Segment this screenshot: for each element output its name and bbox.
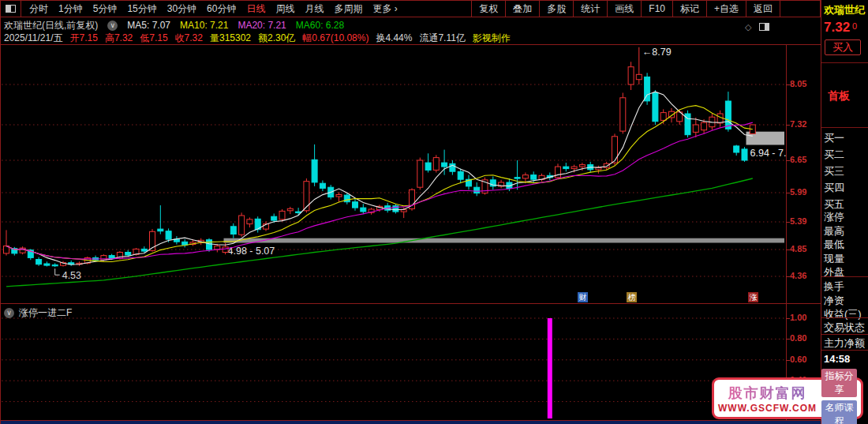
quote-token: 2025/11/21/五 (4, 32, 63, 45)
indicator-tick-label: 0.80 (790, 333, 818, 343)
last-price-row: 7.320 (824, 20, 857, 36)
tool-item-复权[interactable]: 复权 (471, 1, 505, 17)
tool-item-F10[interactable]: F10 (641, 1, 672, 17)
bid-row-4[interactable]: 买四 (824, 181, 844, 195)
svg-text:6.94 - 7.19: 6.94 - 7.19 (750, 148, 787, 159)
tool-item-统计[interactable]: 统计 (573, 1, 607, 17)
panel-separator (821, 334, 868, 335)
clock-time[interactable]: 14:58 (824, 353, 850, 365)
axis-tick (786, 276, 790, 277)
diamond-icon[interactable]: ◇ (745, 22, 751, 32)
quote-token: 流通7.11亿 (419, 32, 465, 45)
menu-item-15分钟[interactable]: 15分钟 (127, 2, 156, 16)
indicator-chart[interactable] (0, 304, 786, 420)
stat-row-外盘[interactable]: 外盘 (824, 265, 844, 280)
stock-name: 欢瑞世纪 (824, 3, 865, 17)
event-tag-榜[interactable]: 榜 (627, 292, 637, 302)
quote-info-row: 2025/11/21/五开7.15高7.32低7.15收7.32量315302额… (4, 32, 511, 44)
stat-row-收益(三)[interactable]: 收益(三) (824, 307, 862, 321)
ma-value: MA10: 7.21 (180, 20, 228, 31)
chevron-down-icon[interactable]: ∨ (107, 21, 118, 31)
stat-row-主力净额[interactable]: 主力净额 (824, 336, 865, 351)
tool-item-叠加[interactable]: 叠加 (505, 1, 539, 17)
quote-token: 量315302 (210, 32, 251, 45)
indicator-tick-label: 1.00 (790, 313, 818, 322)
chart-header: 欢瑞世纪(日线,前复权) ∨ MA5: 7.07MA10: 7.21MA20: … (4, 19, 344, 32)
menu-item-月线[interactable]: 月线 (305, 2, 324, 16)
menu-item-5分钟[interactable]: 5分钟 (93, 2, 118, 16)
axis-tick (786, 250, 790, 250)
watermark-badge: 指标分享 (821, 369, 857, 397)
watermark-badges: 指标分享名师课程 (821, 369, 857, 424)
svg-text:←8.79: ←8.79 (642, 47, 672, 58)
split-layout-icon (6, 5, 16, 13)
buy-button[interactable]: 买入 (825, 39, 861, 55)
tool-item-返回[interactable]: 返回 (746, 1, 780, 17)
left-border (0, 0, 1, 424)
indicator-name: 涨停一进二F (19, 306, 72, 320)
stat-row-最低[interactable]: 最低 (824, 238, 844, 252)
price-change-partial: 0 (852, 21, 857, 31)
tool-item-画线[interactable]: 画线 (607, 1, 641, 17)
event-tag-涨[interactable]: 涨 (748, 292, 758, 302)
menu-item-多周期[interactable]: 多周期 (334, 2, 362, 16)
panel-separator (821, 62, 868, 63)
tools-menu: 复权叠加多股统计画线F10标记+自选返回 (471, 1, 780, 17)
menu-item-分时[interactable]: 分时 (29, 2, 48, 16)
ma-value: MA5: 7.07 (127, 20, 170, 31)
axis-tick (786, 339, 790, 340)
menu-item-更多 ›[interactable]: 更多 › (372, 2, 397, 16)
quote-token: 开7.15 (70, 32, 98, 45)
indicator-label-row: ∨ 涨停一进二F (4, 306, 72, 320)
watermark-card: 股市财富网 WWW.GSCFW.COM 指标分享名师课程 (712, 377, 863, 419)
stat-row-净资[interactable]: 净资 (824, 294, 844, 308)
stat-row-交易状态[interactable]: 交易状态 (824, 321, 865, 335)
bid-row-1[interactable]: 买一 (824, 131, 844, 145)
stat-row-现量[interactable]: 现量 (824, 252, 844, 266)
candlestick-chart[interactable]: 4.98 - 5.076.94 - 7.19←8.794.53 (0, 45, 786, 294)
period-menu: 分时1分钟5分钟15分钟30分钟60分钟日线周线月线多周期更多 › (21, 2, 398, 16)
price-tick-label: 4.36 (790, 271, 818, 280)
window-layout-button[interactable] (1, 1, 21, 17)
stat-row-涨停[interactable]: 涨停 (824, 210, 844, 224)
chart-title: 欢瑞世纪(日线,前复权) (4, 19, 98, 32)
chart-top-border (0, 44, 821, 45)
menu-item-周线[interactable]: 周线 (275, 2, 294, 16)
panel-separator (821, 350, 868, 351)
price-tick-label: 5.99 (790, 187, 818, 197)
axis-tick (786, 318, 790, 319)
quote-token: 换4.44% (376, 32, 412, 45)
chevron-down-icon[interactable]: ∨ (4, 308, 14, 318)
axis-tick (786, 125, 790, 126)
watermark-site-name: 股市财富网 (718, 384, 817, 403)
panel-separator (821, 317, 868, 318)
menu-item-1分钟[interactable]: 1分钟 (58, 2, 83, 16)
watermark-url: WWW.GSCFW.COM (718, 403, 817, 414)
tool-item-多股[interactable]: 多股 (539, 1, 573, 17)
price-tick-label: 6.65 (790, 155, 818, 164)
panel-separator (821, 127, 868, 128)
quote-token: 幅0.67(10.08%) (302, 32, 369, 45)
stat-row-最高[interactable]: 最高 (824, 224, 844, 238)
axis-tick (786, 160, 790, 161)
axis-border (786, 45, 787, 421)
watermark-badge: 名师课程 (821, 400, 857, 424)
bid-row-3[interactable]: 买三 (824, 164, 844, 178)
menu-item-60分钟[interactable]: 60分钟 (207, 2, 236, 16)
quote-token: 高7.32 (105, 32, 133, 45)
ma-value: MA20: 7.21 (238, 20, 286, 31)
event-tag-财[interactable]: 财 (578, 292, 588, 302)
tool-item-+自选[interactable]: +自选 (706, 1, 746, 17)
indicator-tick-label: 0.60 (790, 355, 818, 364)
price-tick-label: 8.05 (790, 79, 818, 88)
axis-tick (786, 222, 790, 223)
bid-row-2[interactable]: 买二 (824, 148, 844, 162)
quote-token: 额2.30亿 (258, 32, 295, 45)
tool-item-标记[interactable]: 标记 (672, 1, 706, 17)
svg-text:4.53: 4.53 (62, 270, 81, 281)
stat-row-换手[interactable]: 换手 (824, 280, 844, 294)
quote-token: 收7.32 (175, 32, 203, 45)
menu-item-日线[interactable]: 日线 (246, 2, 265, 16)
panel-split-icon[interactable] (759, 23, 769, 31)
menu-item-30分钟[interactable]: 30分钟 (167, 2, 196, 16)
